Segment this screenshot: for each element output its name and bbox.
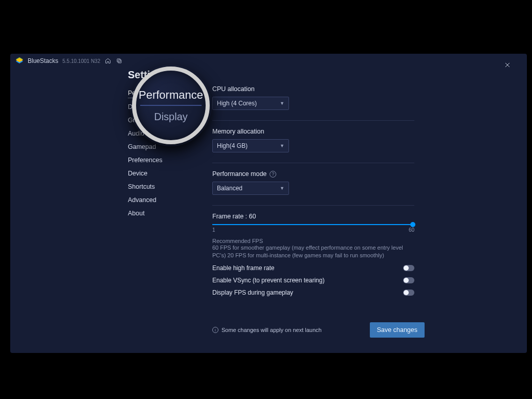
slider-min: 1 [212, 227, 215, 233]
performance-mode-value: Balanced [217, 185, 242, 192]
sidebar-item-audio[interactable]: Audio [128, 130, 165, 138]
svg-rect-4 [117, 59, 120, 62]
framerate-field: Frame rate : 60 1 60 [212, 213, 414, 233]
help-icon[interactable]: ? [270, 171, 276, 178]
sidebar-item-graphics[interactable]: Graphics [128, 117, 165, 125]
settings-sidebar: Performance Display Graphics Audio Gamep… [128, 90, 165, 218]
performance-mode-label: Performance mode ? [212, 170, 414, 178]
toggle-display-fps[interactable] [403, 290, 414, 296]
toggle-display-fps-label: Display FPS during gameplay [212, 289, 293, 296]
performance-mode-select[interactable]: Balanced ▼ [212, 182, 289, 195]
svg-rect-3 [118, 60, 121, 63]
chevron-down-icon: ▼ [280, 186, 284, 191]
close-button[interactable] [502, 60, 513, 70]
cpu-allocation-select[interactable]: High (4 Cores) ▼ [212, 97, 289, 110]
sidebar-item-shortcuts[interactable]: Shortcuts [128, 183, 165, 191]
app-version: 5.5.10.1001 N32 [62, 58, 100, 64]
toggle-vsync[interactable] [403, 277, 414, 283]
sidebar-item-label: Advanced [128, 196, 157, 204]
cpu-allocation-field: CPU allocation High (4 Cores) ▼ [212, 85, 414, 110]
sidebar-item-label: Gamepad [128, 143, 156, 150]
chevron-down-icon: ▼ [280, 101, 284, 106]
toggle-knob [404, 290, 409, 295]
sidebar-item-label: Shortcuts [128, 183, 155, 190]
sidebar-item-label: About [128, 210, 145, 217]
home-icon[interactable] [104, 57, 112, 64]
settings-window: BlueStacks 5.5.10.1001 N32 Settings Perf… [10, 54, 527, 353]
info-icon: i [212, 327, 218, 333]
memory-allocation-field: Memory allocation High(4 GB) ▼ [212, 128, 414, 152]
sidebar-item-about[interactable]: About [128, 210, 165, 218]
save-changes-button[interactable]: Save changes [370, 322, 425, 338]
settings-footer: i Some changes will apply on next launch… [212, 322, 425, 338]
sidebar-item-label: Graphics [128, 117, 153, 124]
sidebar-item-label: Display [128, 103, 149, 110]
framerate-slider[interactable]: 1 60 [212, 224, 414, 233]
toggle-high-frame-label: Enable high frame rate [212, 264, 274, 272]
page-title: Settings [128, 69, 168, 81]
memory-allocation-value: High(4 GB) [217, 142, 248, 149]
toggle-knob [404, 278, 409, 283]
footer-note: i Some changes will apply on next launch [212, 327, 322, 333]
divider [212, 120, 414, 121]
sidebar-item-label: Device [128, 170, 147, 177]
slider-range-labels: 1 60 [212, 227, 414, 233]
toggle-vsync-row: Enable VSync (to prevent screen tearing) [212, 277, 414, 284]
sidebar-item-label: Preferences [128, 157, 162, 164]
memory-allocation-label: Memory allocation [212, 128, 414, 135]
sidebar-item-preferences[interactable]: Preferences [128, 157, 165, 165]
toggle-knob [404, 265, 409, 271]
framerate-label: Frame rate : 60 [212, 213, 414, 220]
chevron-down-icon: ▼ [280, 143, 284, 148]
sidebar-item-performance[interactable]: Performance [128, 90, 165, 98]
sidebar-item-label: Performance [128, 90, 165, 97]
performance-mode-field: Performance mode ? Balanced ▼ [212, 170, 414, 195]
footer-note-text: Some changes will apply on next launch [221, 327, 322, 333]
recommended-fps-body: 60 FPS for smoother gameplay (may effect… [212, 244, 414, 259]
cpu-allocation-label: CPU allocation [212, 85, 414, 93]
sidebar-item-device[interactable]: Device [128, 170, 165, 178]
memory-allocation-select[interactable]: High(4 GB) ▼ [212, 139, 289, 152]
sidebar-item-display[interactable]: Display [128, 103, 165, 112]
divider [212, 163, 414, 163]
cpu-allocation-value: High (4 Cores) [217, 100, 257, 107]
bluestacks-logo-icon [15, 57, 24, 65]
settings-content: CPU allocation High (4 Cores) ▼ Memory a… [212, 85, 414, 296]
slider-max: 60 [409, 227, 414, 233]
performance-mode-label-text: Performance mode [212, 170, 267, 178]
toggle-high-frame[interactable] [403, 265, 414, 271]
sidebar-item-label: Audio [128, 130, 144, 137]
sidebar-item-gamepad[interactable]: Gamepad [128, 143, 165, 151]
slider-thumb[interactable] [410, 222, 415, 227]
toggle-high-frame-row: Enable high frame rate [212, 264, 414, 272]
copy-icon[interactable] [116, 57, 123, 64]
slider-track[interactable] [212, 224, 414, 225]
toggle-vsync-label: Enable VSync (to prevent screen tearing) [212, 277, 324, 284]
toggle-display-fps-row: Display FPS during gameplay [212, 289, 414, 296]
app-name: BlueStacks [28, 57, 58, 64]
titlebar: BlueStacks 5.5.10.1001 N32 [10, 54, 527, 68]
sidebar-item-advanced[interactable]: Advanced [128, 196, 165, 205]
recommended-fps-head: Recommended FPS [212, 238, 414, 244]
divider [212, 205, 414, 206]
